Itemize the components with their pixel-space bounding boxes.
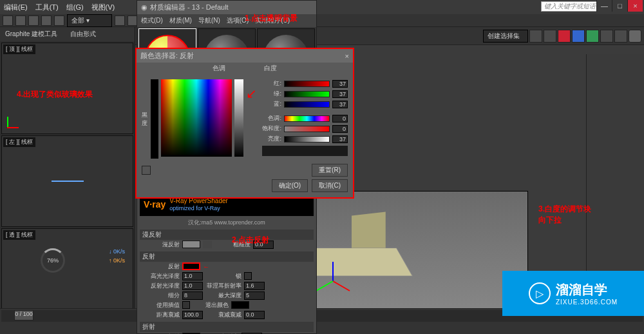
color-preview xyxy=(262,146,348,156)
watermark: ▷ 溜溜自学 ZIXUE.3D66.COM xyxy=(502,271,644,316)
viewport-label: [ 左 ][ 线框 xyxy=(3,137,35,147)
roughness-spinner[interactable]: 0.0 xyxy=(253,241,274,249)
move-icon[interactable] xyxy=(115,15,125,26)
selection-set-dropdown[interactable]: 创建选择集 xyxy=(483,30,528,43)
hilight-spinner[interactable]: 1.0 xyxy=(182,272,203,280)
layers-icon[interactable] xyxy=(558,30,571,43)
map-button[interactable] xyxy=(203,241,212,248)
menu-tools[interactable]: 工具(T) xyxy=(35,3,59,12)
lock-checkbox[interactable] xyxy=(244,272,252,280)
selection-filter[interactable]: 全部 ▾ xyxy=(67,14,112,27)
cancel-button[interactable]: 取消(C) xyxy=(312,179,348,192)
color-picker-title: 颜色选择器: 反射 xyxy=(140,51,194,61)
close-button[interactable]: × xyxy=(627,0,643,12)
value-slider[interactable] xyxy=(284,136,330,142)
diffuse-swatch[interactable] xyxy=(182,241,200,248)
play-icon: ▷ xyxy=(529,282,551,304)
mat-menu-material[interactable]: 材质(M) xyxy=(169,16,192,25)
ok-button[interactable]: 确定(O) xyxy=(272,179,308,192)
dim-spinner[interactable]: 100.0 xyxy=(182,311,203,319)
reflect-group: 反射 xyxy=(140,251,314,262)
align-icon[interactable] xyxy=(544,30,556,43)
green-slider[interactable] xyxy=(284,91,330,97)
viewport-persp[interactable]: [ 透 ][ 线框 76% ↓ 0K/s ↑ 0K/s xyxy=(1,228,133,320)
viewport-top[interactable]: [ 顶 ][ 线框 xyxy=(1,43,133,134)
subdiv-spinner[interactable]: 8 xyxy=(182,291,203,300)
sat-slider[interactable] xyxy=(284,126,330,132)
whiteness-slider[interactable] xyxy=(234,79,243,157)
material-editor-icon[interactable] xyxy=(600,30,613,43)
main-toolbar: 全部 ▾ xyxy=(0,14,644,27)
menu-edit[interactable]: 编辑(E) xyxy=(4,3,28,12)
red-slider[interactable] xyxy=(284,81,330,87)
color-picker-dialog: 颜色选择器: 反射 × 色调 白度 黑度 ↙ 红:37 绿:37 蓝:37 xyxy=(135,48,354,199)
refl-gloss-spinner[interactable]: 1.0 xyxy=(182,282,203,290)
command-panel[interactable] xyxy=(586,54,644,295)
toolbar-icon[interactable] xyxy=(15,15,26,26)
freeform[interactable]: 自由形式 xyxy=(70,30,96,39)
interp-checkbox[interactable] xyxy=(182,301,190,309)
hue-label: 色调 xyxy=(213,64,225,73)
mat-menu-mode[interactable]: 模式(D) xyxy=(141,16,163,25)
cpu-gauge: 76% xyxy=(41,248,65,273)
vray-logo: V·ray xyxy=(144,199,166,210)
close-icon[interactable]: × xyxy=(345,52,349,60)
undo-icon[interactable] xyxy=(28,15,39,26)
curve-editor-icon[interactable] xyxy=(572,30,585,43)
menu-view[interactable]: 视图(V) xyxy=(91,3,115,12)
eyedropper-icon[interactable] xyxy=(142,166,151,175)
window-controls: — □ × xyxy=(596,0,643,12)
fresnel-spinner[interactable]: 1.6 xyxy=(244,282,265,290)
app-icon: ◉ xyxy=(141,3,147,12)
time-slider[interactable]: 0 / 100 xyxy=(14,310,33,320)
menu-group[interactable]: 组(G) xyxy=(66,3,84,12)
link-icon[interactable] xyxy=(54,15,64,26)
render-setup-icon[interactable] xyxy=(614,30,627,43)
minimize-button[interactable]: — xyxy=(596,0,612,12)
schematic-icon[interactable] xyxy=(586,30,599,43)
maxdepth-spinner[interactable]: 5 xyxy=(244,291,265,300)
graphite-tools[interactable]: Graphite 建模工具 xyxy=(5,30,57,39)
hue-slider[interactable] xyxy=(284,115,330,122)
diffuse-group: 漫反射 xyxy=(140,230,314,240)
viewport-label: [ 顶 ][ 线框 xyxy=(3,44,35,54)
redo-icon[interactable] xyxy=(41,15,52,26)
maximize-button[interactable]: □ xyxy=(612,0,627,12)
viewport-left[interactable]: [ 左 ][ 线框 xyxy=(1,135,133,227)
exit-color-swatch[interactable] xyxy=(231,301,249,309)
teapot-icon[interactable] xyxy=(629,30,641,43)
dim-falloff-spinner[interactable]: 0.0 xyxy=(244,311,265,319)
mirror-icon[interactable] xyxy=(529,30,542,43)
left-panel: Graphite 建模工具 自由形式 [ 顶 ][ 线框 [ 左 ][ 线框 [… xyxy=(0,27,135,321)
mat-menu-options[interactable]: 选项(O) xyxy=(227,16,249,25)
refract-group: 折射 xyxy=(140,322,314,332)
mat-menu-nav[interactable]: 导航(N) xyxy=(198,16,220,25)
whiteness-label: 白度 xyxy=(264,64,277,73)
blackness-strip[interactable] xyxy=(151,79,158,159)
blue-slider[interactable] xyxy=(284,101,330,108)
toolbar-icon[interactable] xyxy=(3,15,13,26)
reflect-swatch[interactable] xyxy=(182,262,200,270)
viewport-label: [ 透 ][ 线框 xyxy=(3,230,35,240)
reset-button[interactable]: 重置(R) xyxy=(312,164,348,177)
blackness-label: 黑度 xyxy=(142,79,148,159)
mat-menu-util[interactable]: 实用程序(U) xyxy=(255,16,290,25)
mat-editor-title: 材质编辑器 - 13 - Default xyxy=(150,3,229,12)
color-spectrum[interactable] xyxy=(161,79,232,157)
